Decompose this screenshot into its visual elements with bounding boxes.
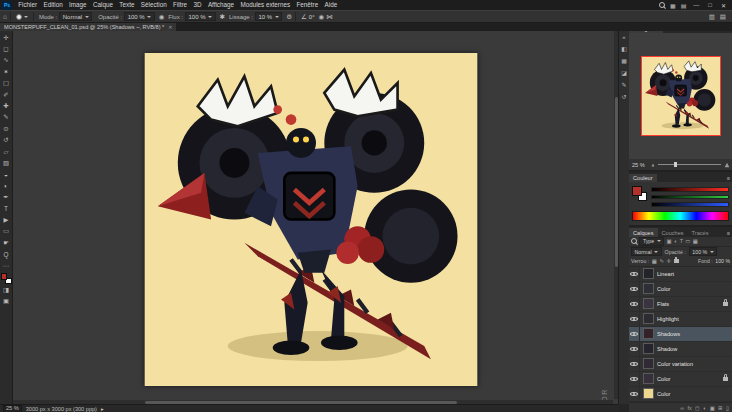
menu-calque[interactable]: Calque — [90, 0, 116, 10]
visibility-eye-icon[interactable] — [630, 345, 638, 352]
status-zoom-field[interactable]: 25 % — [3, 405, 22, 412]
visibility-eye-icon[interactable] — [630, 375, 638, 382]
flow-select[interactable]: 100 % — [185, 12, 216, 21]
foreground-color-swatch[interactable] — [1, 273, 8, 280]
arrange-windows-icon[interactable]: ▦ — [670, 2, 676, 9]
collapse-panels-icon[interactable]: « — [622, 34, 625, 40]
menu-aide[interactable]: Aide — [321, 0, 340, 10]
lock-position-icon[interactable]: ✛ — [667, 258, 672, 264]
history-panel-icon[interactable]: ↺ — [621, 93, 626, 100]
layer-thumbnail[interactable] — [643, 373, 654, 384]
layer-row[interactable]: Color — [629, 282, 732, 297]
home-icon[interactable]: ⌂ — [3, 13, 7, 20]
brushes-panel-icon[interactable]: ▤ — [720, 13, 726, 21]
crop-tool[interactable]: ▢ — [1, 78, 12, 89]
layer-thumbnail[interactable] — [643, 328, 654, 339]
properties-panel-icon[interactable]: ◪ — [621, 69, 627, 76]
visibility-eye-icon[interactable] — [630, 330, 638, 337]
panel-menu-icon[interactable]: ≡ — [727, 175, 732, 182]
menu-filtre[interactable]: Filtre — [170, 0, 190, 10]
path-selection-tool[interactable]: ▶ — [1, 214, 12, 225]
status-menu-arrow-icon[interactable]: ▸ — [101, 406, 104, 412]
healing-brush-tool[interactable]: ✚ — [1, 100, 12, 111]
minimize-button[interactable]: — — [691, 2, 701, 8]
tab-couches[interactable]: Couches — [658, 228, 688, 237]
layer-thumbnail[interactable] — [643, 298, 654, 309]
quick-mask-icon[interactable]: ◨ — [1, 284, 12, 295]
link-layers-icon[interactable]: ∞ — [680, 405, 684, 411]
visibility-eye-icon[interactable] — [630, 390, 638, 397]
lock-all-icon[interactable] — [674, 259, 679, 263]
move-tool[interactable]: ✛ — [1, 32, 12, 43]
opacity-select[interactable]: 100 % — [124, 12, 155, 21]
menu-edition[interactable]: Edition — [40, 0, 66, 10]
maximize-button[interactable]: □ — [706, 2, 714, 8]
menu-modules-externes[interactable]: Modules externes — [237, 0, 293, 10]
shape-tool[interactable]: ▭ — [1, 226, 12, 237]
search-icon[interactable] — [631, 238, 637, 244]
zoom-tool[interactable]: Q — [1, 248, 12, 259]
filter-type-layers-icon[interactable]: T — [680, 238, 683, 244]
type-tool[interactable]: T — [1, 203, 12, 214]
document-artwork[interactable] — [144, 53, 478, 386]
brush-settings-panel-icon[interactable]: ▥ — [709, 13, 715, 21]
zoom-in-icon[interactable] — [725, 162, 730, 167]
fill-value[interactable]: 100 % — [715, 258, 730, 264]
visibility-eye-icon[interactable] — [630, 285, 638, 292]
blue-ramp-slider[interactable] — [651, 202, 729, 207]
layer-row[interactable]: Color — [629, 372, 732, 387]
visibility-eye-icon[interactable] — [630, 270, 638, 277]
layer-thumbnail[interactable] — [643, 358, 654, 369]
layer-thumbnail[interactable] — [643, 283, 654, 294]
navigator-proxy-view[interactable] — [642, 57, 720, 135]
menu-image[interactable]: Image — [66, 0, 90, 10]
airbrush-icon[interactable]: ✱ — [220, 13, 225, 21]
menu-fichier[interactable]: Fichier — [15, 0, 40, 10]
navigator-zoom-slider[interactable] — [651, 160, 729, 169]
filter-adjustment-layers-icon[interactable]: ◐ — [674, 238, 677, 244]
filter-type-select[interactable]: Type — [639, 237, 664, 246]
filter-smart-objects-icon[interactable]: ▦ — [693, 238, 698, 244]
search-icon[interactable] — [659, 2, 665, 8]
tab-calques[interactable]: Calques — [629, 228, 658, 237]
layer-row[interactable]: Color variation — [629, 357, 732, 372]
blend-mode-select[interactable]: Normal — [631, 247, 662, 256]
visibility-eye-icon[interactable] — [630, 300, 638, 307]
menu-fenetre[interactable]: Fenêtre — [293, 0, 321, 10]
layer-thumbnail[interactable] — [643, 343, 654, 354]
pressure-size-icon[interactable]: ◉ — [319, 13, 325, 21]
document-tab[interactable]: MONSTERPUFF_CLEAN_01.psd @ 25% (Shadows … — [0, 23, 176, 31]
quick-selection-tool[interactable]: ✶ — [1, 66, 12, 77]
navigator-zoom-value[interactable]: 25 % — [632, 162, 648, 168]
menu-texte[interactable]: Texte — [116, 0, 137, 10]
tab-close-icon[interactable]: ✕ — [168, 24, 172, 30]
tab-couleur[interactable]: Couleur — [629, 174, 657, 183]
layer-thumbnail[interactable] — [643, 313, 654, 324]
tab-traces[interactable]: Tracés — [688, 228, 713, 237]
visibility-eye-icon[interactable] — [630, 315, 638, 322]
delete-layer-icon[interactable]: ▯ — [726, 405, 729, 411]
pen-tool[interactable]: ✒ — [1, 191, 12, 202]
brush-tool[interactable]: ✎ — [1, 112, 12, 123]
marquee-tool[interactable]: ◻ — [1, 43, 12, 54]
screen-mode-icon[interactable]: ▣ — [1, 296, 12, 307]
zoom-out-icon[interactable] — [652, 163, 655, 166]
layer-mask-icon[interactable]: ◻ — [695, 405, 699, 411]
foreground-color-swatch[interactable] — [632, 186, 642, 196]
lasso-tool[interactable]: ∿ — [1, 55, 12, 66]
close-button[interactable]: ✕ — [719, 2, 728, 9]
layer-row[interactable]: Highlight — [629, 312, 732, 327]
brush-angle-control[interactable]: ∠ 0° — [299, 13, 317, 21]
filter-pixel-layers-icon[interactable]: ▣ — [667, 238, 672, 244]
green-ramp-slider[interactable] — [651, 195, 729, 200]
adjustment-layer-icon[interactable]: ◐ — [703, 405, 706, 411]
layer-thumbnail[interactable] — [643, 388, 654, 399]
color-panel-icon[interactable]: ◧ — [621, 45, 627, 52]
gradient-tool[interactable]: ▨ — [1, 157, 12, 168]
layers-opacity-select[interactable]: 100 % — [689, 247, 718, 256]
dodge-tool[interactable]: ◐ — [1, 180, 12, 191]
history-brush-tool[interactable]: ↺ — [1, 135, 12, 146]
layer-row[interactable]: Flats — [629, 297, 732, 312]
symmetry-icon[interactable]: ⋈ — [326, 13, 333, 21]
layer-thumbnail[interactable] — [643, 268, 654, 279]
